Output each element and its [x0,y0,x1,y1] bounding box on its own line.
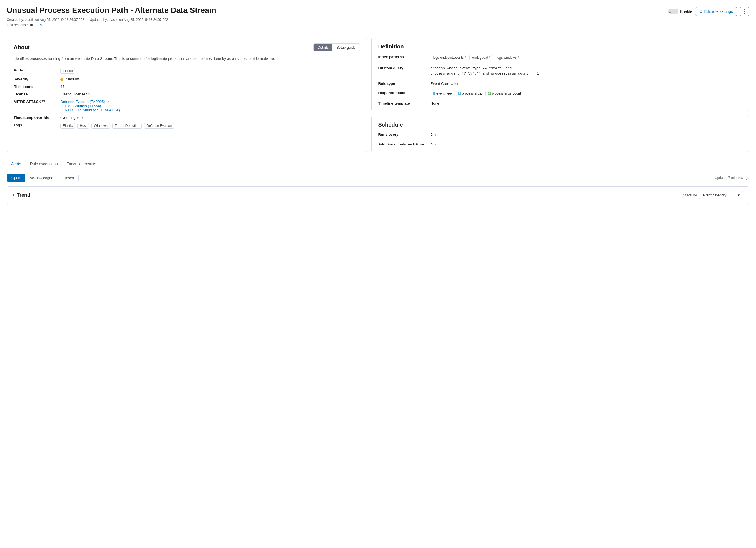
trend-card: ▾ Trend Stack by event.category ▾ [7,186,749,204]
mitre-sub1: Hide Artifacts (T1564) [60,104,360,108]
edit-rule-icon: ⚙ [699,9,703,14]
index-patterns-row: Index patterns logs-endpoint.events.*win… [378,55,742,61]
filter-acknowledged[interactable]: Acknowledged [25,174,58,182]
tag-pill: Host [77,123,89,128]
license-row: License Elastic License v2 [14,90,360,98]
header-actions: ✕ Enable ⚙ Edit rule settings ⋮ [668,7,749,16]
timeline-template-value: None [431,101,742,105]
schedule-card: Schedule Runs every 5m Additional look-b… [371,116,749,152]
trend-header: ▾ Trend Stack by event.category ▾ [13,191,743,199]
rule-type-row: Rule type Event Correlation [378,81,742,86]
meta-created: Created by: elastic on Aug 25, 2022 @ 13… [7,18,749,22]
lookback-value: 4m [431,142,742,146]
enable-label: Enable [680,9,692,14]
mitre-value: Defense Evasion (TA0005) ↗ Hide Artifact… [60,100,360,112]
field-name: process.args, [462,91,482,95]
tag-pill: Windows [91,123,110,128]
edit-rule-button[interactable]: ⚙ Edit rule settings [695,7,737,16]
external-link-icon: ↗ [107,100,110,103]
tab-setup[interactable]: Setup guide [332,44,359,51]
chevron-down-icon[interactable]: ▾ [13,193,14,197]
updated-text: Updated 7 minutes ago [715,176,749,180]
required-fields-row: Required fields tevent.type,tprocess.arg… [378,91,742,96]
tab-alerts[interactable]: Alerts [7,159,26,169]
tag-pill: Threat Detection [112,123,142,128]
refresh-icon[interactable]: ↻ [39,23,43,27]
trend-title: Trend [17,192,30,198]
definition-grid: Index patterns logs-endpoint.events.*win… [378,55,742,105]
about-description: Identifies processes running from an Alt… [14,56,360,61]
definition-card: Definition Index patterns logs-endpoint.… [371,38,749,111]
custom-query-row: Custom query process where event.type ==… [378,66,742,76]
filter-buttons: Open Acknowledged Closed [7,174,79,182]
response-dot [30,24,33,26]
field-type-icon: t [433,91,435,95]
chevron-down-select-icon: ▾ [738,193,740,197]
stack-by-value: event.category [703,193,726,197]
index-patterns-label: Index patterns [378,55,428,59]
schedule-grid: Runs every 5m Additional look-back time … [378,132,742,146]
runs-every-row: Runs every 5m [378,132,742,136]
timestamp-value: event.ingested [60,115,360,120]
required-field-badge: tevent.type, [431,91,455,96]
rule-type-value: Event Correlation [431,81,742,86]
risk-score-value: 47 [60,85,360,89]
tags-value: ElasticHostWindowsThreat DetectionDefens… [60,123,360,128]
custom-query-label: Custom query [378,66,428,70]
mitre-row: MITRE ATT&CK™ Defense Evasion (TA0005) ↗… [14,98,360,114]
lookback-row: Additional look-back time 4m [378,142,742,146]
about-tab-group: Details Setup guide [313,43,360,51]
runs-every-label: Runs every [378,132,428,136]
author-row: Author Elastic [14,66,360,75]
enable-toggle-wrapper: ✕ Enable [668,9,692,14]
last-response-label: Last response: [7,23,29,27]
right-column: Definition Index patterns logs-endpoint.… [371,38,749,152]
severity-label: Severity [14,77,58,81]
author-label: Author [14,68,58,72]
author-value: Elastic [60,68,360,74]
tags-row: Tags ElasticHostWindowsThreat DetectionD… [14,121,360,130]
index-pattern-pill: winlogbeat-* [469,55,493,60]
runs-every-value: 5m [431,132,742,136]
field-type-icon: # [488,91,491,95]
tag-pill: Elastic [60,123,75,128]
tags-label: Tags [14,123,58,127]
severity-value: Medium [60,77,360,81]
stack-by-wrapper: Stack by event.category ▾ [683,191,743,199]
lookback-label: Additional look-back time [378,142,428,146]
filter-closed[interactable]: Closed [58,174,78,182]
severity-dot [60,78,63,81]
mitre-label: MITRE ATT&CK™ [14,100,58,104]
header-section: Unusual Process Execution Path - Alterna… [7,6,749,32]
rule-type-label: Rule type [378,81,428,86]
schedule-title: Schedule [378,121,742,128]
author-pill: Elastic [60,68,75,74]
field-name: event.type, [436,91,453,95]
more-options-button[interactable]: ⋮ [740,7,749,16]
trend-title-wrapper: ▾ Trend [13,192,30,198]
tab-rule-exceptions[interactable]: Rule exceptions [26,159,62,169]
risk-score-label: Risk score [14,85,58,89]
required-field-badge: #process.args_count [485,91,523,96]
response-dash: — [34,23,38,27]
about-title: About [14,44,30,51]
filter-row: Open Acknowledged Closed Updated 7 minut… [7,174,749,182]
field-type-icon: t [458,91,461,95]
index-pattern-pill: logs-windows.* [494,55,521,60]
edit-rule-label: Edit rule settings [704,9,733,14]
stack-by-label: Stack by [683,193,697,197]
timestamp-label: Timestamp override [14,115,58,120]
mitre-sub1-link[interactable]: Hide Artifacts (T1564) [65,104,101,108]
main-content: About Details Setup guide Identifies pro… [7,38,749,152]
filter-open[interactable]: Open [7,174,25,182]
enable-toggle[interactable]: ✕ [668,9,678,14]
mitre-main-link[interactable]: Defense Evasion (TA0005) ↗ [60,100,110,104]
license-label: License [14,92,58,96]
alerts-tabs: Alerts Rule exceptions Execution results [7,159,749,169]
mitre-sub2-link[interactable]: NTFS File Attributes (T1564.004) [65,108,120,112]
custom-query-value: process where event.type == "start" and … [431,66,742,76]
tab-details[interactable]: Details [314,44,332,51]
tab-execution-results[interactable]: Execution results [62,159,101,169]
stack-by-select[interactable]: event.category ▾ [699,191,743,199]
mitre-sub2: NTFS File Attributes (T1564.004) [60,108,360,112]
